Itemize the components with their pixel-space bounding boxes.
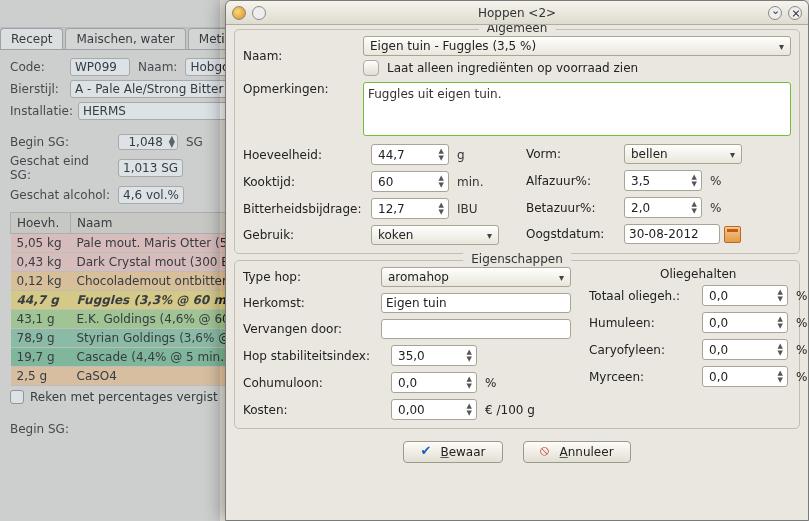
pct-unit: %	[796, 370, 807, 384]
pct-unit: %	[796, 289, 807, 303]
cohum-label: Cohumuloon:	[243, 376, 383, 390]
naam-select[interactable]: Eigen tuin - Fuggles (3,5 %)▾	[363, 36, 791, 56]
oogst-label: Oogstdatum:	[526, 227, 616, 241]
beginsg-label: Begin SG:	[10, 135, 110, 149]
kooktijd-input[interactable]: 60▲▼	[371, 171, 449, 192]
myrceen-input[interactable]: 0,0▲▼	[702, 366, 788, 387]
myrceen-label: Myrceen:	[589, 370, 694, 384]
hoeveelheid-unit: g	[457, 148, 465, 162]
hsi-input[interactable]: 35,0▲▼	[391, 345, 477, 366]
tab-maischen[interactable]: Maischen, water	[65, 28, 185, 49]
vorm-select[interactable]: bellen▾	[624, 144, 742, 164]
bitter-unit: IBU	[457, 202, 478, 216]
opmerkingen-label: Opmerkingen:	[243, 82, 353, 96]
pct-unit: %	[710, 201, 721, 215]
group-algemeen: Algemeen Naam: Eigen tuin - Fuggles (3,5…	[234, 29, 800, 254]
minimize-button[interactable]	[768, 6, 782, 20]
sg-unit: SG	[186, 135, 203, 149]
calendar-icon[interactable]	[724, 226, 741, 243]
save-button[interactable]: BBewaarewaar	[403, 441, 502, 463]
vervangen-input[interactable]	[381, 319, 571, 339]
voorraad-label: Laat alleen ingrediënten op voorraad zie…	[387, 61, 638, 75]
typehop-label: Type hop:	[243, 270, 373, 284]
check-icon	[420, 445, 434, 459]
typehop-select[interactable]: aromahop▾	[381, 267, 571, 287]
group-eigenschappen: Eigenschappen Type hop: aromahop▾ Herkom…	[234, 260, 800, 429]
voorraad-checkbox[interactable]	[363, 60, 379, 76]
pct-checkbox[interactable]	[10, 390, 24, 404]
app-icon	[232, 6, 246, 20]
cancel-button[interactable]: AAnnuleernnuleer	[523, 441, 631, 463]
algemeen-legend: Algemeen	[479, 25, 556, 35]
caryo-label: Caryofyleen:	[589, 343, 694, 357]
pct-label: Reken met percentages vergist	[30, 390, 218, 404]
bitter-input[interactable]: 12,7▲▼	[371, 198, 449, 219]
eigenschappen-legend: Eigenschappen	[463, 252, 571, 266]
cancel-icon	[540, 445, 554, 459]
kosten-unit: € /100 g	[485, 403, 535, 417]
dialog-titlebar: Hoppen <2>	[226, 1, 808, 25]
beta-label: Betazuur%:	[526, 201, 616, 215]
code-field[interactable]: WP099	[70, 58, 130, 76]
alcohol-label: Geschat alcohol:	[10, 188, 110, 202]
vorm-label: Vorm:	[526, 147, 616, 161]
hoeveelheid-input[interactable]: 44,7▲▼	[371, 144, 449, 165]
hsi-label: Hop stabiliteitsindex:	[243, 349, 383, 363]
col-hoevh[interactable]: Hoevh.	[11, 213, 71, 234]
close-button[interactable]	[788, 6, 802, 20]
code-label: Code:	[10, 60, 62, 74]
pct-unit: %	[796, 343, 807, 357]
gebruik-select[interactable]: koken▾	[371, 225, 499, 245]
eindsg-value: 1,013 SG	[118, 159, 183, 177]
herkomst-label: Herkomst:	[243, 296, 373, 310]
hop-dialog: Hoppen <2> Algemeen Naam: Eigen tuin - F…	[225, 0, 809, 521]
beta-input[interactable]: 2,0▲▼	[624, 197, 702, 218]
beginsg2-label: Begin SG:	[10, 422, 69, 436]
pct-unit: %	[710, 174, 721, 188]
herkomst-input[interactable]: Eigen tuin	[381, 293, 571, 313]
gebruik-label: Gebruik:	[243, 228, 363, 242]
oogst-input[interactable]: 30-08-2012	[624, 224, 720, 244]
installatie-field[interactable]: HERMS	[78, 102, 228, 120]
kooktijd-label: Kooktijd:	[243, 175, 363, 189]
totolie-label: Totaal oliegeh.:	[589, 289, 694, 303]
bitter-label: Bitterheidsbijdrage:	[243, 202, 363, 216]
pct-unit: %	[796, 316, 807, 330]
window-menu-icon[interactable]	[252, 6, 266, 20]
humuleen-label: Humuleen:	[589, 316, 694, 330]
cohum-input[interactable]: 0,0▲▼	[391, 372, 477, 393]
kooktijd-unit: min.	[457, 175, 483, 189]
olie-header: Oliegehalten	[589, 267, 807, 281]
eindsg-label: Geschat eind SG:	[10, 154, 110, 182]
vervangen-label: Vervangen door:	[243, 322, 373, 336]
alfa-label: Alfazuur%:	[526, 174, 616, 188]
beginsg-spin[interactable]: 1,048 ▲▼	[118, 134, 178, 150]
dialog-title: Hoppen <2>	[266, 6, 768, 20]
tab-recept[interactable]: Recept	[0, 28, 63, 49]
alcohol-value: 4,6 vol.%	[118, 186, 184, 204]
kosten-input[interactable]: 0,00▲▼	[391, 399, 477, 420]
pct-unit: %	[485, 376, 496, 390]
bierstijl-label: Bierstijl:	[10, 82, 62, 96]
naam-label: Naam:	[243, 49, 353, 63]
alfa-input[interactable]: 3,5▲▼	[624, 170, 702, 191]
humuleen-input[interactable]: 0,0▲▼	[702, 312, 788, 333]
kosten-label: Kosten:	[243, 403, 383, 417]
hoeveelheid-label: Hoeveelheid:	[243, 148, 363, 162]
installatie-label: Installatie:	[10, 104, 70, 118]
totolie-input[interactable]: 0,0▲▼	[702, 285, 788, 306]
caryo-input[interactable]: 0,0▲▼	[702, 339, 788, 360]
naam-label: Naam:	[138, 60, 177, 74]
opmerkingen-textarea[interactable]	[363, 82, 791, 136]
bierstijl-field[interactable]: A - Pale Ale/Strong Bitter	[70, 80, 230, 98]
